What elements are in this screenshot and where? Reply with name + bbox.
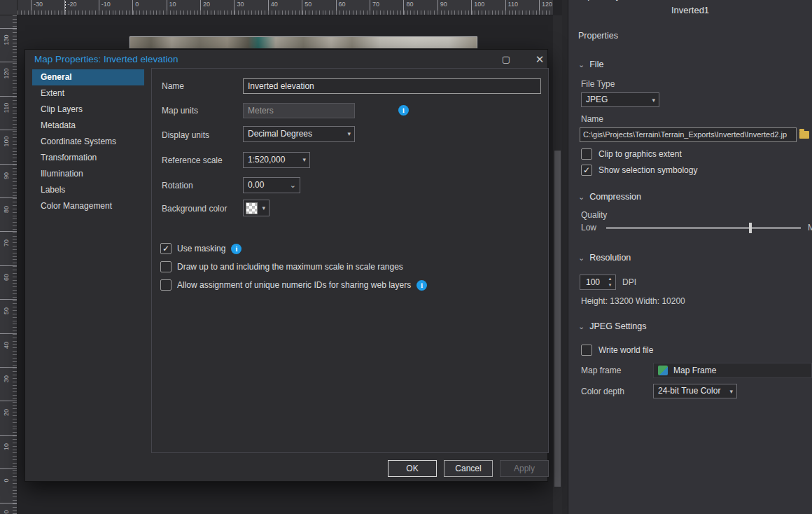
ruler-tick-label: 60 (3, 267, 10, 288)
apply-button: Apply (500, 460, 549, 477)
numeric-ids-label: Allow assignment of unique numeric IDs f… (177, 280, 411, 290)
ruler-major-tick (0, 503, 17, 503)
ruler-tick-label: 60 (339, 1, 346, 8)
ruler-tick-label: 30 (237, 1, 244, 8)
ruler-major-tick (31, 0, 31, 15)
compression-section-header[interactable]: ⌄ Compression (578, 192, 802, 202)
ruler-major-tick (0, 96, 17, 97)
file-section-label: File (589, 60, 603, 69)
draw-max-scale-checkbox[interactable] (160, 261, 172, 272)
dropdown-arrow-icon: ▾ (262, 200, 265, 216)
numeric-ids-row: Allow assignment of unique numeric IDs f… (160, 279, 427, 291)
vertical-scrollbar-thumb[interactable] (554, 151, 561, 487)
browse-folder-icon[interactable] (799, 131, 809, 139)
chevron-down-icon: ⌄ (290, 178, 296, 193)
ruler-top: -30-20-100102030405060708090100110120 (18, 0, 553, 15)
ruler-tick-label: -10 (3, 504, 10, 514)
sidebar-item-illumination[interactable]: Illumination (32, 166, 144, 182)
ruler-major-tick (505, 0, 506, 15)
spin-up-icon[interactable]: ▲ (608, 276, 612, 282)
dpi-spinner[interactable]: 100 ▲ ▼ (580, 275, 616, 290)
display-units-dropdown[interactable]: Decimal Degrees ▾ (243, 126, 355, 142)
jpeg-settings-section-label: JPEG Settings (589, 321, 646, 331)
ruler-tick-label: 30 (3, 368, 10, 389)
display-units-value: Decimal Degrees (248, 129, 312, 139)
sidebar-item-general[interactable]: General (32, 69, 144, 85)
ruler-tick-label: 20 (3, 402, 10, 423)
ruler-major-tick (370, 0, 370, 15)
sidebar-item-color-management[interactable]: Color Management (32, 198, 144, 214)
ruler-major-tick (0, 28, 17, 29)
dialog-title: Map Properties: Inverted elevation (34, 54, 178, 64)
numeric-ids-checkbox[interactable] (160, 279, 172, 291)
info-icon[interactable]: i (416, 280, 427, 291)
application-window: -30-20-100102030405060708090100110120 13… (0, 0, 812, 514)
reference-scale-dropdown[interactable]: 1:520,000 ▾ (243, 152, 310, 168)
clip-graphics-checkbox[interactable] (581, 148, 592, 160)
background-color-picker[interactable]: ▾ (243, 200, 270, 216)
ruler-major-tick (200, 0, 201, 15)
ruler-tick-label: 10 (169, 1, 176, 8)
properties-label: Properties (578, 31, 802, 41)
compression-section-label: Compression (589, 192, 641, 202)
selection-symbology-checkbox[interactable]: ✓ (581, 165, 592, 176)
chevron-down-icon: ⌄ (578, 61, 584, 68)
ruler-major-tick (0, 265, 17, 266)
restore-icon[interactable]: ▢ (496, 53, 517, 67)
ruler-tick-label: 120 (3, 63, 10, 84)
name-label: Name (162, 81, 184, 91)
use-masking-row: ✓ Use masking i (160, 243, 241, 254)
dropdown-arrow-icon: ▾ (729, 384, 733, 399)
sidebar-item-coordinate-systems[interactable]: Coordinate Systems (32, 134, 144, 150)
world-file-label: Write world file (598, 345, 653, 355)
sidebar-item-labels[interactable]: Labels (32, 182, 144, 198)
use-masking-checkbox[interactable]: ✓ (160, 243, 172, 254)
sidebar-item-extent[interactable]: Extent (32, 85, 144, 102)
jpeg-settings-section-header[interactable]: ⌄ JPEG Settings (578, 321, 802, 331)
info-icon[interactable]: i (398, 105, 409, 116)
close-icon[interactable]: ✕ (529, 53, 550, 67)
quality-max-label: M (808, 223, 812, 232)
ruler-tick-label: 110 (508, 1, 518, 8)
sidebar-item-clip-layers[interactable]: Clip Layers (32, 102, 144, 118)
file-section-header[interactable]: ⌄ File (578, 60, 802, 69)
map-frame-value: Map Frame (673, 366, 716, 375)
ruler-major-tick (403, 0, 404, 15)
quality-slider[interactable] (606, 227, 801, 229)
sidebar-item-transformation[interactable]: Transformation (32, 150, 144, 166)
sidebar-item-metadata[interactable]: Metadata (32, 118, 144, 134)
map-frame-row: Map frame Map Frame (581, 363, 802, 378)
quality-label: Quality (581, 210, 802, 220)
rotation-value: 0.00 (248, 180, 264, 190)
ok-button[interactable]: OK (388, 460, 437, 477)
ruler-tick-label: 90 (3, 165, 10, 186)
ruler-tick-label: 70 (372, 1, 379, 8)
ruler-tick-label: 40 (3, 335, 10, 356)
info-icon[interactable]: i (231, 244, 241, 254)
output-path-input[interactable]: C:\gis\Projects\Terrain\Terrain_Exports\… (580, 127, 797, 142)
rotation-combobox[interactable]: 0.00 ⌄ (243, 177, 300, 193)
file-type-dropdown[interactable]: JPEG ▾ (581, 92, 659, 107)
resolution-section-header[interactable]: ⌄ Resolution (578, 253, 802, 263)
reference-scale-value: 1:520,000 (248, 155, 285, 165)
ruler-tick-label: -10 (102, 1, 111, 8)
ruler-tick-label: 0 (135, 1, 139, 8)
spin-down-icon[interactable]: ▼ (608, 282, 612, 289)
ruler-tick-label: 100 (474, 1, 484, 8)
ruler-tick-label: 80 (406, 1, 413, 8)
dropdown-arrow-icon: ▾ (302, 153, 306, 167)
quality-slider-handle[interactable] (749, 223, 752, 233)
color-depth-dropdown[interactable]: 24-bit True Color ▾ (653, 384, 737, 398)
name-input[interactable]: Inverted elevation (243, 78, 541, 94)
world-file-checkbox[interactable] (581, 345, 592, 356)
spinner-arrows[interactable]: ▲ ▼ (606, 276, 614, 289)
selection-symbology-row: ✓ Show selection symbology (581, 165, 802, 176)
dpi-label: DPI (622, 277, 636, 287)
ruler-major-tick (0, 164, 17, 165)
resolution-section-label: Resolution (589, 253, 631, 263)
vertical-scrollbar[interactable] (553, 15, 562, 514)
ruler-tick-label: 80 (3, 199, 10, 220)
map-frame-dropdown[interactable]: Map Frame (653, 363, 812, 378)
panel-divider[interactable] (562, 0, 568, 514)
cancel-button[interactable]: Cancel (444, 460, 493, 477)
